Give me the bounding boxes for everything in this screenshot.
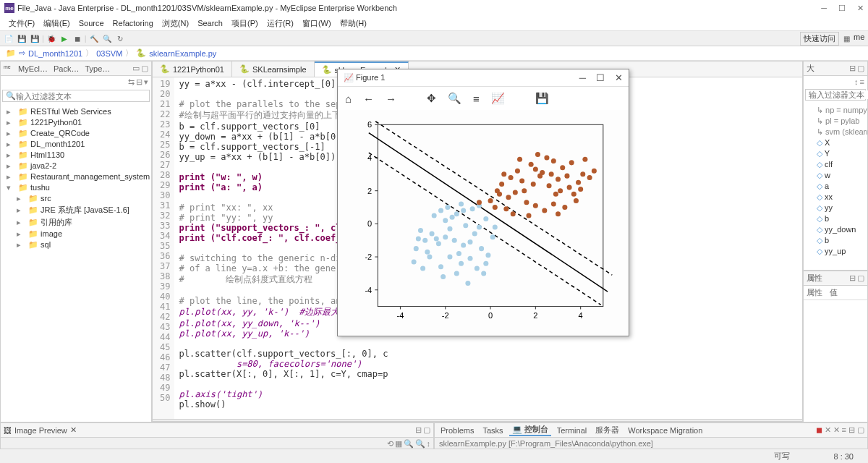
- stop-icon[interactable]: ◼: [816, 425, 822, 435]
- bc-item[interactable]: 03SVM: [96, 49, 122, 58]
- project-item[interactable]: 📁 1221Python01: [4, 117, 148, 128]
- tree-child[interactable]: 📁 sql: [4, 239, 148, 250]
- home-icon[interactable]: ⌂: [345, 93, 352, 105]
- outline-filter-input[interactable]: [809, 90, 868, 99]
- tab-type[interactable]: Type…: [85, 64, 110, 73]
- menu-item[interactable]: 帮助(H): [337, 17, 370, 30]
- configure-icon[interactable]: ≡: [473, 93, 480, 105]
- restore-icon[interactable]: ▢: [141, 64, 148, 73]
- outline-var[interactable]: ◇ yy_up: [807, 246, 864, 257]
- tree-child[interactable]: 📁 image: [4, 229, 148, 239]
- save-icon[interactable]: 💾: [16, 33, 27, 44]
- tab-myeclipse[interactable]: MyEcl…: [18, 64, 48, 73]
- outline-var[interactable]: ◇ b: [807, 213, 864, 224]
- svg-point-60: [475, 266, 480, 271]
- console-tab[interactable]: Problems: [438, 426, 477, 435]
- refresh-icon[interactable]: ↻: [114, 33, 126, 44]
- save-icon[interactable]: 💾: [535, 92, 549, 105]
- forward-icon[interactable]: →: [386, 93, 396, 105]
- svg-text:-2: -2: [442, 311, 449, 320]
- sort-icon[interactable]: ↕: [854, 77, 859, 86]
- outline-var[interactable]: ◇ yy_down: [807, 224, 864, 235]
- edit-icon[interactable]: 📈: [491, 92, 505, 105]
- editor-tab[interactable]: 🐍SKLearnsimple: [232, 61, 315, 77]
- outline-var[interactable]: ◇ X: [807, 137, 864, 148]
- menu-item[interactable]: 项目(P): [229, 17, 261, 30]
- menu-item[interactable]: Source: [76, 17, 107, 29]
- menu-item[interactable]: 编辑(E): [41, 17, 73, 30]
- minimize-button[interactable]: ─: [821, 4, 827, 13]
- menu-icon[interactable]: ▾: [144, 77, 148, 87]
- menu-item[interactable]: 窗口(W): [299, 17, 334, 30]
- svg-point-44: [436, 241, 441, 246]
- menu-item[interactable]: 浏览(N): [159, 17, 192, 30]
- fig-maximize[interactable]: ☐: [596, 72, 605, 83]
- project-item[interactable]: 📁 RESTful Web Services: [4, 106, 148, 117]
- svg-point-85: [529, 162, 534, 167]
- min-icon[interactable]: ▭: [132, 64, 140, 73]
- outline-import[interactable]: ↳ np = numpy: [807, 105, 864, 116]
- project-item[interactable]: 📁 DL_month1201: [4, 139, 148, 150]
- console-tab[interactable]: Terminal: [554, 426, 590, 435]
- outline-var[interactable]: ◇ yy: [807, 203, 864, 213]
- maximize-button[interactable]: ☐: [838, 4, 846, 13]
- stop-icon[interactable]: ◼: [72, 33, 83, 44]
- project-item[interactable]: 📁 Create_QRCode: [4, 128, 148, 139]
- tree-child[interactable]: 📁 引用的库: [4, 216, 148, 229]
- fig-minimize[interactable]: ─: [579, 72, 586, 83]
- search-icon[interactable]: 🔍: [101, 33, 113, 44]
- outline-var[interactable]: ◇ b: [807, 235, 864, 246]
- link-icon[interactable]: ⇆: [128, 77, 135, 87]
- perspective-icon[interactable]: ▦: [841, 33, 852, 44]
- new-icon[interactable]: 📄: [3, 33, 14, 44]
- menu-item[interactable]: 运行(R): [264, 17, 297, 30]
- project-tree[interactable]: 📁 RESTful Web Services📁 1221Python01📁 Cr…: [1, 103, 151, 422]
- py-icon: 🐍: [136, 48, 146, 58]
- build-icon[interactable]: 🔨: [88, 33, 100, 44]
- project-item[interactable]: 📁 Html1130: [4, 150, 148, 161]
- menu-item[interactable]: Refactoring: [110, 17, 156, 29]
- outline-var[interactable]: ◇ xx: [807, 192, 864, 203]
- close-button[interactable]: ✕: [857, 4, 864, 13]
- tab-package[interactable]: Pack…: [54, 64, 79, 73]
- project-item[interactable]: 📁 tushu: [4, 182, 148, 193]
- save-all-icon[interactable]: 💾: [29, 33, 41, 44]
- tree-child[interactable]: 📁 JRE 系统库 [JavaSE-1.6]: [4, 204, 148, 216]
- tree-child[interactable]: 📁 src: [4, 193, 148, 204]
- outline-var[interactable]: ◇ clf: [807, 159, 864, 170]
- quick-access[interactable]: 快速访问: [800, 32, 839, 46]
- debug-icon[interactable]: 🐞: [46, 33, 57, 44]
- console-tab[interactable]: 💻 控制台: [509, 424, 551, 436]
- outline-import[interactable]: ↳ svm (sklearn): [807, 127, 864, 137]
- console-tab[interactable]: 服务器: [592, 425, 622, 436]
- image-preview-header: 🖼Image Preview✕ ⊟▢: [1, 423, 433, 438]
- menu-item[interactable]: Search: [195, 17, 226, 29]
- figure-title-bar[interactable]: 📈 Figure 1 ─ ☐ ✕: [338, 69, 629, 87]
- zoom-icon[interactable]: 🔍: [448, 92, 461, 105]
- back-icon[interactable]: ←: [363, 93, 374, 105]
- bc-item[interactable]: DL_month1201: [28, 49, 82, 58]
- figure-window[interactable]: 📈 Figure 1 ─ ☐ ✕ ⌂ ← → ✥ 🔍 ≡ 📈 💾 -4-2024…: [337, 69, 629, 336]
- run-icon[interactable]: ▶: [59, 33, 70, 44]
- outline-import[interactable]: ↳ pl = pylab: [807, 116, 864, 127]
- outline-var[interactable]: ◇ Y: [807, 148, 864, 159]
- bc-item[interactable]: sklearnExample.py: [149, 49, 216, 58]
- svg-point-107: [503, 206, 509, 211]
- console-tab[interactable]: Workspace Migration: [625, 426, 705, 435]
- editor-tab[interactable]: 🐍1221Python01: [153, 61, 232, 77]
- pan-icon[interactable]: ✥: [427, 92, 436, 105]
- project-item[interactable]: 📁 java2-2: [4, 161, 148, 171]
- fig-close[interactable]: ✕: [615, 72, 623, 83]
- menu-item[interactable]: 文件(F): [6, 17, 38, 30]
- svg-point-92: [582, 157, 587, 162]
- outline-tree[interactable]: ↳ np = numpy↳ pl = pylab↳ svm (sklearn)◇…: [804, 102, 867, 270]
- outline-var[interactable]: ◇ w: [807, 170, 864, 181]
- collapse-icon[interactable]: ⊟: [136, 77, 142, 87]
- filter-input[interactable]: [16, 92, 146, 101]
- console-tab[interactable]: Tasks: [480, 426, 506, 435]
- myeclipse-perspective-icon[interactable]: me: [854, 33, 865, 44]
- filter-box[interactable]: 🔍: [2, 90, 150, 102]
- project-item[interactable]: 📁 Restaurant_management_system: [4, 171, 148, 182]
- outline-filter[interactable]: [805, 89, 866, 101]
- outline-var[interactable]: ◇ a: [807, 181, 864, 192]
